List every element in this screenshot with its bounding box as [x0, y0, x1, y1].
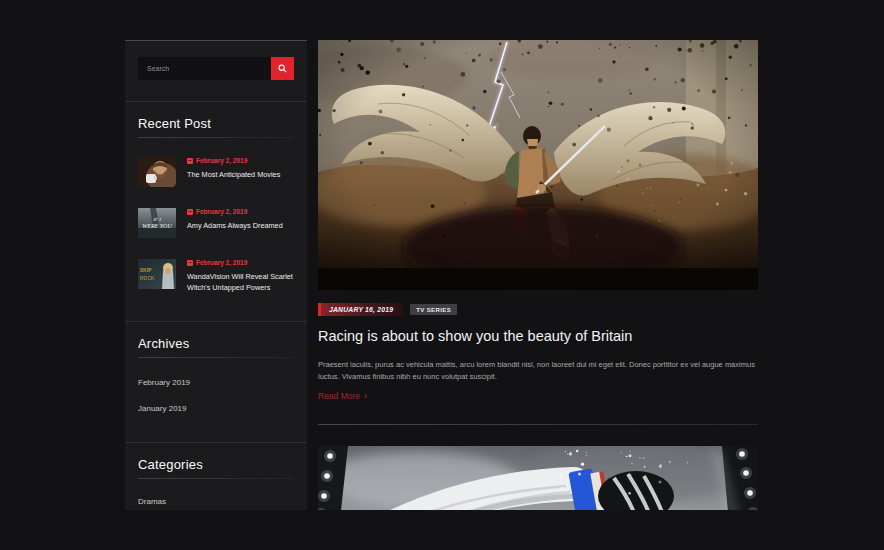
post-title-link[interactable]: The Most Anticipated Movies — [187, 169, 294, 180]
bearded-man-thumbnail-image — [138, 157, 176, 187]
post-thumbnail — [138, 157, 176, 187]
recent-posts-widget: Recent Post — [125, 101, 307, 293]
goalkeeper-image — [318, 446, 758, 510]
categories-widget: Categories Dramas — [125, 442, 307, 506]
title-underline — [138, 137, 294, 138]
recent-posts-title: Recent Post — [138, 102, 294, 132]
next-post-image[interactable] — [318, 446, 758, 510]
page-canvas: Recent Post — [0, 0, 884, 550]
archives-title: Archives — [138, 322, 294, 352]
post-thumbnail: SKIP ROCK — [138, 259, 176, 289]
chevron-right-icon: › — [364, 391, 367, 401]
svg-text:WERE YOU: WERE YOU — [142, 223, 172, 229]
post-date: February 2, 2019 — [187, 208, 294, 216]
read-more-link[interactable]: Read More › — [318, 391, 367, 401]
category-link[interactable]: Dramas — [138, 497, 294, 506]
post-title[interactable]: Racing is about to show you the beauty o… — [318, 327, 758, 345]
post-date-badge: JANUARY 16, 2019 — [318, 303, 403, 316]
post-category-tag[interactable]: TV SERIES — [410, 304, 457, 315]
search-icon — [278, 64, 287, 73]
recent-post-item[interactable]: SKIP ROCK February 2, 2019 WandaVision W… — [138, 259, 294, 293]
post-divider — [318, 424, 758, 425]
post-title-link[interactable]: Amy Adams Always Dreamed — [187, 220, 294, 231]
post-date: February 2, 2019 — [187, 259, 294, 267]
post-meta-row: JANUARY 16, 2019 TV SERIES — [318, 303, 758, 316]
sidebar: Recent Post — [125, 40, 307, 510]
categories-list: Dramas — [138, 497, 294, 506]
main-content: JANUARY 16, 2019 TV SERIES Racing is abo… — [318, 40, 758, 510]
winged-warrior-image — [318, 40, 758, 290]
svg-text:IF I: IF I — [152, 217, 161, 222]
post-excerpt: Praesent iaculis, purus ac vehicula matt… — [318, 359, 756, 382]
recent-posts-list: February 2, 2019 The Most Anticipated Mo… — [138, 157, 294, 293]
site-preview: Recent Post — [125, 40, 758, 510]
post-article: JANUARY 16, 2019 TV SERIES Racing is abo… — [318, 40, 758, 425]
search-widget — [125, 40, 307, 80]
dark-scene-thumbnail-image: SKIP ROCK — [138, 259, 176, 289]
calendar-icon — [187, 158, 193, 164]
svg-text:SKIP: SKIP — [140, 267, 152, 273]
archive-link[interactable]: January 2019 — [138, 404, 294, 413]
archives-widget: Archives February 2019 January 2019 — [125, 321, 307, 442]
calendar-icon — [187, 209, 193, 215]
calendar-icon — [187, 260, 193, 266]
recent-post-item[interactable]: February 2, 2019 The Most Anticipated Mo… — [138, 157, 294, 187]
categories-title: Categories — [138, 443, 294, 473]
storm-scene-thumbnail-image: IF I WERE YOU — [138, 208, 176, 238]
title-underline — [138, 478, 294, 479]
post-title-link[interactable]: WandaVision Will Reveal Scarlet Witch's … — [187, 271, 294, 293]
post-hero-image[interactable] — [318, 40, 758, 290]
post-date: February 2, 2019 — [187, 157, 294, 165]
svg-text:ROCK: ROCK — [140, 275, 155, 281]
archive-link[interactable]: February 2019 — [138, 378, 294, 387]
search-input[interactable] — [138, 57, 271, 80]
read-more-label: Read More — [318, 391, 360, 401]
search-button[interactable] — [271, 57, 294, 80]
title-underline — [138, 357, 294, 358]
post-thumbnail: IF I WERE YOU — [138, 208, 176, 238]
recent-post-item[interactable]: IF I WERE YOU February 2, 2019 Amy Adams… — [138, 208, 294, 238]
archives-list: February 2019 January 2019 — [138, 378, 294, 413]
